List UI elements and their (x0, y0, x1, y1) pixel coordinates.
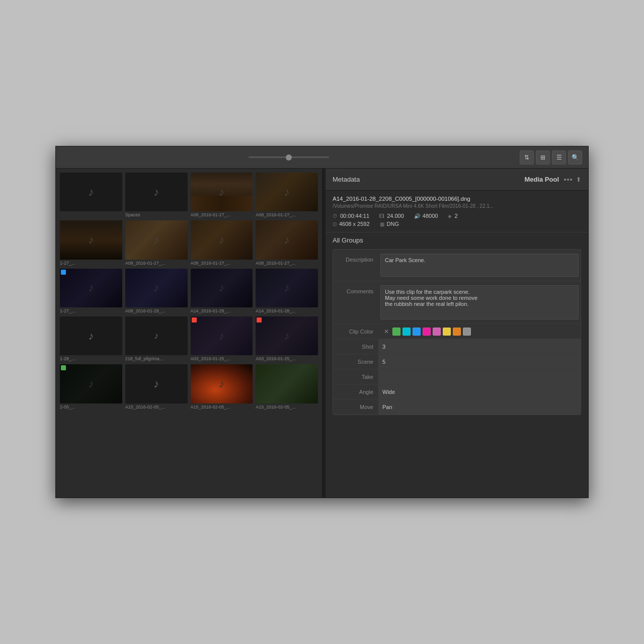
thumb-label: A08_2016-01-27_... (256, 212, 318, 217)
more-options-button[interactable] (564, 179, 572, 181)
media-pool-title: Media Pool (524, 176, 559, 183)
video-icon: ♪ (153, 281, 159, 294)
list-item[interactable]: ♪ A08_2016-01-27_... (191, 220, 253, 265)
color-teal-swatch[interactable] (403, 328, 411, 336)
channels-icon: ◈ (448, 213, 452, 219)
list-item[interactable]: ♪ (60, 173, 122, 217)
video-icon: ♪ (284, 186, 290, 199)
comments-input[interactable]: Use this clip for the carpark scene. May… (380, 285, 579, 319)
list-item[interactable]: ♪ 2-05_... (60, 364, 122, 409)
app-window: ⇅ ⊞ ☰ 🔍 ♪ (55, 146, 589, 498)
color-gray-swatch[interactable] (463, 328, 471, 336)
groups-label: All Groups (326, 232, 588, 247)
list-view-button[interactable]: ☰ (552, 150, 566, 165)
list-item[interactable]: ♪ A08_2016-01-27_... (256, 173, 318, 217)
thumb-label: Spaces (125, 212, 188, 217)
color-pink-swatch[interactable] (423, 328, 431, 336)
thumb-label: 1-27_... (60, 308, 122, 313)
color-blue-swatch[interactable] (413, 328, 421, 336)
take-row: Take (333, 369, 581, 384)
duration-stat: ⏱ 00:00:44:11 (333, 213, 369, 219)
color-swatches: ✕ (378, 325, 475, 339)
list-item[interactable]: ♪ A15_2016-02-05_... (191, 364, 253, 409)
list-item[interactable]: ♪ Spaces (125, 173, 188, 217)
shot-input[interactable] (378, 339, 581, 354)
audio-value: 48000 (423, 213, 438, 219)
collapse-arrow-icon[interactable]: ⬆ (576, 176, 581, 183)
list-item[interactable]: ♪ A15_2016-02-05_... (125, 364, 188, 409)
sort-button[interactable]: ⇅ (520, 150, 534, 165)
video-icon: ♪ (88, 281, 94, 294)
list-item[interactable]: ♪ A15_2016-02-05_... (256, 364, 318, 409)
grid-view-button[interactable]: ⊞ (536, 150, 550, 165)
thumb-label: A03_2016-01-25_... (256, 356, 318, 361)
thumb-label: 2-05_... (60, 405, 122, 410)
toolbar-icons: ⇅ ⊞ ☰ 🔍 (520, 150, 582, 165)
thumb-label: A08_2016-01-27_... (125, 261, 188, 266)
metadata-panel: Metadata Media Pool ⬆ A14_2016-01-28_220… (326, 169, 588, 498)
list-item[interactable]: ♪ A08_2016-01-27_... (191, 173, 253, 217)
zoom-slider-track[interactable] (249, 156, 329, 158)
list-item[interactable]: ♪ A03_2016-01-25_... (256, 316, 318, 361)
duration-value: 00:00:44:11 (340, 213, 369, 219)
zoom-slider-container (62, 156, 516, 158)
file-stats-row-2: ⊡ 4608 x 2592 ▦ DNG (333, 221, 581, 227)
angle-input[interactable] (378, 384, 581, 399)
move-row: Move (333, 399, 581, 415)
scene-label: Scene (333, 356, 378, 368)
description-row: Description Car Park Scene. (333, 250, 581, 281)
thumbnail-grid[interactable]: ♪ ♪ Spaces ♪ A08_2016-01-27_... (56, 169, 322, 498)
video-icon: ♪ (88, 233, 94, 247)
list-item[interactable]: ♪ A03_2016-01-25_... (191, 316, 253, 361)
list-item[interactable]: ♪ 1-27_... (60, 220, 122, 265)
angle-label: Angle (333, 386, 378, 398)
channels-stat: ◈ 2 (448, 213, 457, 219)
description-input[interactable]: Car Park Scene. (380, 254, 579, 277)
audio-icon: ♪ (88, 330, 94, 343)
video-icon: ♪ (153, 233, 159, 247)
take-input[interactable] (378, 369, 581, 384)
file-path: /Volumes/Promise RAID/URSA Mini 4.6K Sho… (333, 203, 581, 209)
shot-label: Shot (333, 341, 378, 353)
video-icon: ♪ (219, 233, 224, 247)
audio-icon: ♪ (153, 377, 159, 390)
list-item[interactable]: ♪ A14_2016-01-28_... (256, 269, 318, 313)
take-label: Take (333, 371, 378, 383)
color-purple-swatch[interactable] (433, 328, 441, 336)
resolution-stat: ⊡ 4608 x 2592 (333, 221, 370, 227)
video-icon: ♪ (219, 377, 224, 390)
thumb-label: A08_2016-01-27_... (191, 212, 253, 217)
list-item[interactable]: ♪ 1-27_... (60, 269, 122, 313)
color-yellow-swatch[interactable] (443, 328, 451, 336)
list-item[interactable]: ♪ 218_full_pilgrima... (125, 316, 188, 361)
list-item[interactable]: ♪ A14_2016-01-28_... (191, 269, 253, 313)
file-name: A14_2016-01-28_2208_C0005_[000000-001066… (333, 196, 581, 202)
color-none-button[interactable]: ✕ (382, 328, 390, 336)
zoom-slider-thumb[interactable] (286, 154, 292, 160)
thumb-label: 1-27_... (60, 261, 122, 266)
angle-row: Angle (333, 384, 581, 399)
metadata-form: Description Car Park Scene. Comments Use… (326, 247, 588, 498)
color-orange-swatch[interactable] (453, 328, 461, 336)
thumb-label: 218_full_pilgrima... (125, 356, 188, 361)
list-item[interactable]: ♪ A08_2016-01-27_... (256, 220, 318, 265)
video-icon: ♪ (284, 377, 290, 390)
scene-input[interactable] (378, 354, 581, 369)
description-label: Description (333, 252, 378, 266)
dot-1 (564, 179, 566, 181)
format-icon: ▦ (380, 221, 384, 227)
media-panel: ♪ ♪ Spaces ♪ A08_2016-01-27_... (56, 169, 323, 498)
list-item[interactable]: ♪ 1-28_... (60, 316, 122, 361)
framerate-stat: 🎞 24.000 (379, 213, 404, 219)
thumb-label: A14_2016-01-28_... (191, 308, 253, 313)
list-item[interactable]: ♪ A08_2016-01-27_... (125, 220, 188, 265)
thumb-label: A08_2016-01-27_... (256, 261, 318, 266)
move-input[interactable] (378, 399, 581, 415)
list-item[interactable]: ♪ A08_2016-01-28_... (125, 269, 188, 313)
file-stats-row-1: ⏱ 00:00:44:11 🎞 24.000 🔊 48000 ◈ 2 (333, 213, 581, 219)
file-info: A14_2016-01-28_2208_C0005_[000000-001066… (326, 191, 588, 232)
color-green-swatch[interactable] (392, 328, 400, 336)
format-value: DNG (387, 221, 399, 227)
format-stat: ▦ DNG (380, 221, 399, 227)
search-button[interactable]: 🔍 (568, 150, 582, 165)
